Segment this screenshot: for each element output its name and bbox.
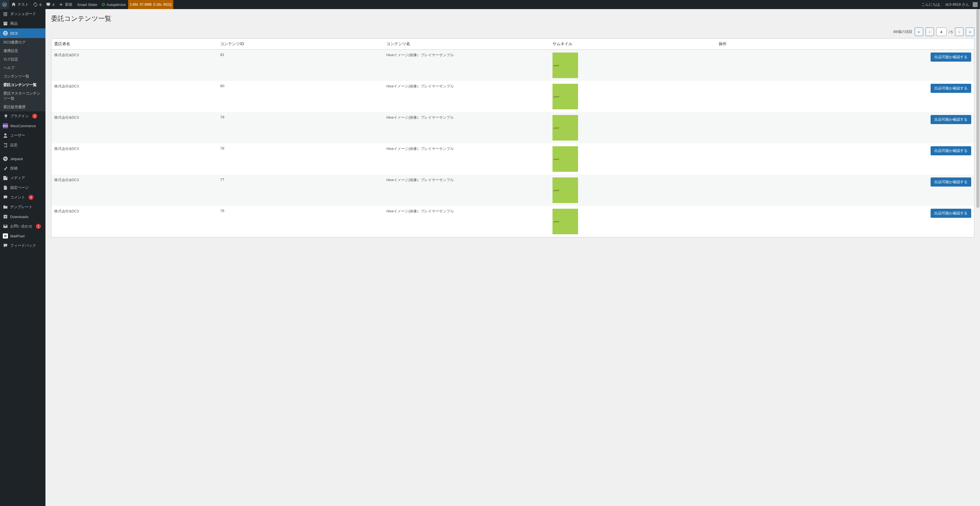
cell-client: 株式会社&DC3	[51, 81, 218, 112]
content-area: 委託コンテンツ一覧 88個の項目 « ‹ / 5 › » 委託者名 コンテンツI…	[45, 0, 980, 249]
menu-comments-label: コメント	[10, 195, 25, 200]
pager-prev[interactable]: ‹	[926, 27, 934, 36]
check-listing-button[interactable]: 出品可能か確認する	[931, 146, 971, 155]
submenu-dc3-sales[interactable]: 委託販売履歴	[0, 103, 45, 111]
perf-pill[interactable]: 2.69s 57.8MB 0.18s 802Q	[128, 0, 173, 9]
pager-last[interactable]: »	[966, 27, 974, 36]
site-link[interactable]: テスト	[9, 0, 31, 9]
check-listing-button[interactable]: 出品可能か確認する	[931, 115, 971, 124]
cell-ops: 出品可能か確認する	[716, 174, 974, 206]
cell-cname: Hiveイメージ(画像）プレイヤーサンプル	[383, 81, 550, 112]
refresh-icon	[33, 2, 38, 7]
submenu-dc3-contents[interactable]: コンテンツ一覧	[0, 72, 45, 81]
menu-posts-label: 投稿	[10, 166, 18, 171]
download-icon	[3, 214, 8, 219]
cell-cid: 80	[217, 81, 383, 112]
user-icon	[3, 133, 8, 138]
menu-posts[interactable]: 投稿	[0, 163, 45, 173]
scrollbar-thumb[interactable]	[976, 9, 980, 208]
plug-icon	[3, 114, 8, 119]
cell-cname: Hiveイメージ(画像）プレイヤーサンプル	[383, 143, 550, 174]
menu-media-label: メディア	[10, 176, 25, 181]
menu-downloads-label: Downloads	[10, 215, 29, 219]
cell-ops: 出品可能か確認する	[716, 112, 974, 143]
comments-badge: 4	[29, 195, 33, 200]
check-listing-button[interactable]: 出品可能か確認する	[931, 84, 971, 93]
submenu-dc3-help[interactable]: ヘルプ	[0, 63, 45, 72]
menu-media[interactable]: メディア	[0, 173, 45, 183]
pager-current-input[interactable]	[936, 27, 947, 36]
col-cid: コンテンツID	[217, 39, 383, 50]
dashboard-icon	[3, 11, 8, 16]
pager-of: / 5	[949, 30, 953, 34]
check-listing-button[interactable]: 出品可能か確認する	[931, 52, 971, 62]
table-row: 株式会社&DC381Hiveイメージ(画像）プレイヤーサンプルpanel出品可能…	[51, 50, 974, 81]
menu-contact[interactable]: お問い合わせ1	[0, 222, 45, 231]
submenu-dc3-log[interactable]: DC3連携ログ	[0, 38, 45, 46]
submenu-dc3-link[interactable]: 連携設定	[0, 46, 45, 55]
menu-pages[interactable]: 固定ページ	[0, 183, 45, 192]
menu-products[interactable]: 商品	[0, 19, 45, 29]
updates-count: 8	[40, 3, 41, 7]
menu-woocommerce[interactable]: WOOWooCommerce	[0, 121, 45, 131]
pager-next[interactable]: ›	[955, 27, 964, 36]
contact-badge: 1	[36, 224, 41, 229]
cell-thumb: panel	[550, 112, 716, 143]
perf-time: 2.69s	[130, 3, 138, 6]
submenu-dc3-master[interactable]: 委託マスターコンテンツ一覧	[0, 89, 45, 103]
submenu-dc3-logset[interactable]: ログ設定	[0, 55, 45, 63]
check-listing-button[interactable]: 出品可能か確認する	[931, 178, 971, 187]
cell-thumb: panel	[550, 206, 716, 237]
new-content[interactable]: 新規	[57, 0, 75, 9]
smart-slider-link[interactable]: Smart Slider	[75, 0, 100, 9]
pager-first[interactable]: «	[915, 27, 923, 36]
comments-count: 4	[52, 3, 54, 7]
menu-dashboard[interactable]: ダッシュボード	[0, 9, 45, 19]
comments-link[interactable]: 4	[44, 0, 57, 9]
cell-cid: 79	[217, 112, 383, 143]
menu-templates-label: テンプレート	[10, 205, 32, 209]
menu-plugins[interactable]: プラグイン3	[0, 111, 45, 121]
cell-cname: Hiveイメージ(画像）プレイヤーサンプル	[383, 112, 550, 143]
table-row: 株式会社&DC380Hiveイメージ(画像）プレイヤーサンプルpanel出品可能…	[51, 81, 974, 112]
page-icon	[3, 185, 8, 190]
menu-dc3[interactable]: DC3	[0, 29, 45, 38]
sliders-icon	[3, 143, 8, 148]
perf-ttfb: 0.18s	[153, 3, 162, 6]
account-link[interactable]: こんにちは、dc3-9919 さん	[919, 0, 980, 9]
autoptimize-link[interactable]: Autoptimize	[100, 0, 128, 9]
menu-templates[interactable]: テンプレート	[0, 202, 45, 212]
cell-client: 株式会社&DC3	[51, 50, 218, 81]
scrollbar[interactable]	[976, 9, 980, 249]
col-thumb: サムネイル	[550, 39, 716, 50]
menu-products-label: 商品	[10, 21, 18, 26]
submenu-dc3-entrusted[interactable]: 委託コンテンツ一覧	[0, 81, 45, 89]
menu-dashboard-label: ダッシュボード	[10, 11, 36, 16]
check-listing-button[interactable]: 出品可能か確認する	[931, 209, 971, 218]
menu-pages-label: 固定ページ	[10, 185, 29, 190]
updates-link[interactable]: 8	[31, 0, 44, 9]
cell-cname: Hiveイメージ(画像）プレイヤーサンプル	[383, 174, 550, 206]
archive-icon	[3, 21, 8, 26]
page-title: 委託コンテンツ一覧	[51, 14, 974, 23]
thumbnail: panel	[552, 84, 578, 109]
cell-thumb: panel	[550, 174, 716, 206]
svg-point-0	[3, 157, 8, 161]
col-cname: コンテンツ名	[383, 39, 550, 50]
wp-logo[interactable]	[0, 0, 9, 9]
menu-settings-label: 設定	[10, 143, 18, 148]
menu-users[interactable]: ユーザー	[0, 131, 45, 140]
thumbnail-label: panel	[554, 220, 559, 223]
folder-icon	[3, 205, 8, 209]
thumbnail-label: panel	[554, 158, 559, 160]
globe-icon	[3, 31, 8, 36]
menu-downloads[interactable]: Downloads	[0, 212, 45, 222]
menu-mailpoet[interactable]: MMailPoet	[0, 231, 45, 241]
menu-settings[interactable]: 設定	[0, 140, 45, 150]
cell-cid: 76	[217, 206, 383, 237]
table-row: 株式会社&DC378Hiveイメージ(画像）プレイヤーサンプルpanel出品可能…	[51, 143, 974, 174]
menu-feedback[interactable]: フィードバック	[0, 241, 45, 249]
table-row: 株式会社&DC376Hiveイメージ(画像）プレイヤーサンプルpanel出品可能…	[51, 206, 974, 237]
menu-jetpack[interactable]: Jetpack	[0, 154, 45, 163]
menu-comments[interactable]: コメント4	[0, 192, 45, 202]
